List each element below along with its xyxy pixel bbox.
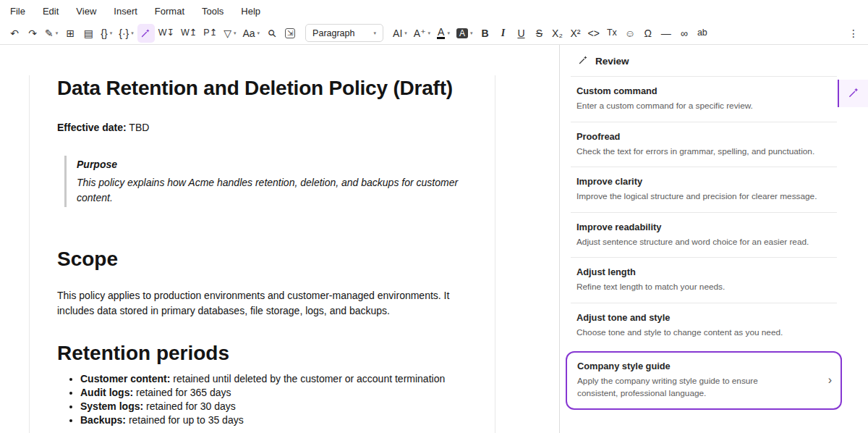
code-block-button[interactable]: {} ▾	[98, 24, 115, 43]
omega-icon[interactable]: Ω	[639, 24, 657, 43]
chevron-down-icon: ▾	[234, 30, 237, 35]
list-item: System logs: retained for 30 days	[80, 400, 467, 413]
snippet-icon: {·}	[119, 28, 129, 38]
highlight-color-icon: A	[456, 28, 468, 38]
paragraph-style-select[interactable]: Paragraph ▾	[305, 24, 383, 42]
bullet-text: retained until deleted by the customer o…	[170, 373, 445, 384]
add-comment-icon[interactable]: ⊞	[61, 24, 79, 43]
font-size-icon: A⁺	[414, 28, 426, 38]
highlight-color-button[interactable]: A ▾	[454, 24, 476, 43]
superscript-icon[interactable]: X²	[566, 24, 584, 43]
paragraph-style-value: Paragraph	[312, 28, 354, 38]
letter-case-button[interactable]: Aa ▾	[239, 24, 263, 43]
menu-file[interactable]: File	[10, 6, 25, 17]
review-item-title: Improve readability	[576, 222, 830, 232]
export-word-icon[interactable]: W↥	[178, 24, 200, 43]
review-item-company-style-guide-selection: Company style guide Apply the company wr…	[566, 351, 842, 410]
ai-wand-icon[interactable]	[137, 24, 155, 43]
ai-side-tab[interactable]	[838, 80, 868, 107]
strikethrough-icon[interactable]: S	[530, 24, 548, 43]
find-replace-icon[interactable]: ⚲	[263, 24, 281, 43]
menu-bar: File Edit View Insert Format Tools Help	[0, 0, 868, 22]
review-item-title: Proofread	[576, 131, 830, 142]
ai-text-icon: AI	[393, 28, 402, 38]
review-item-title: Improve clarity	[576, 176, 830, 187]
chevron-down-icon: ▾	[447, 30, 450, 35]
review-panel: Review Custom command Enter a custom com…	[571, 45, 837, 410]
review-item-desc: Refine text length to match your needs.	[576, 281, 830, 293]
text-color-button[interactable]: A ▾	[434, 24, 453, 43]
bullet-label: Backups:	[80, 414, 126, 426]
horizontal-rule-icon[interactable]: —	[658, 24, 675, 43]
import-word-icon[interactable]: W↧	[156, 24, 177, 43]
fullscreen-icon[interactable]: ⇲	[281, 24, 299, 43]
review-item-title: Company style guide	[577, 361, 824, 371]
export-pdf-icon[interactable]: P↥	[200, 24, 220, 43]
clear-formatting-icon[interactable]: Tx	[603, 24, 621, 43]
menu-view[interactable]: View	[76, 6, 96, 17]
magnifier-glyph: ⚲	[266, 27, 278, 39]
format-filter-icon: ▽	[224, 28, 231, 38]
chevron-down-icon: ▾	[258, 30, 260, 35]
chevron-down-icon: ▾	[131, 30, 134, 35]
review-item-adjust-tone[interactable]: Adjust tone and style Choose tone and st…	[571, 303, 837, 348]
document-page[interactable]: Data Retention and Deletion Policy (Draf…	[29, 75, 495, 433]
chevron-down-icon: ▾	[404, 30, 407, 35]
menu-edit[interactable]: Edit	[43, 6, 59, 17]
bullet-label: System logs:	[80, 400, 143, 412]
pen-sparkle-icon	[578, 54, 589, 67]
scope-paragraph: This policy applies to production enviro…	[57, 288, 467, 319]
review-item-improve-clarity[interactable]: Improve clarity Improve the logical stru…	[571, 167, 837, 213]
effective-date-label: Effective date:	[57, 122, 127, 133]
chevron-down-icon: ▾	[110, 30, 113, 35]
compose-icon: ✎	[45, 28, 54, 38]
redo-icon[interactable]: ↷	[24, 24, 41, 43]
menu-tools[interactable]: Tools	[202, 6, 224, 17]
main-area: Data Retention and Deletion Policy (Draf…	[0, 45, 868, 433]
snippet-button[interactable]: {·} ▾	[116, 24, 137, 43]
chevron-right-icon: ›	[828, 374, 832, 386]
list-item: Customer content: retained until deleted…	[80, 372, 467, 386]
comment-icon[interactable]: ▤	[80, 24, 97, 43]
format-filter-button[interactable]: ▽ ▾	[221, 24, 239, 43]
expand-glyph: ⇲	[285, 28, 295, 38]
bullet-label: Audit logs:	[80, 387, 133, 398]
toolbar: ↶ ↷ ✎ ▾ ⊞ ▤ {} ▾ {·} ▾ W↧ W↥ P↥ ▽ ▾ Aa ▾…	[0, 22, 868, 45]
spellcheck-icon[interactable]: ab	[694, 24, 711, 43]
emoji-icon[interactable]: ☺	[621, 24, 639, 43]
inline-code-icon[interactable]: <>	[584, 24, 602, 43]
quote-body: This policy explains how Acme handles re…	[77, 175, 467, 206]
review-panel-title: Review	[595, 56, 629, 67]
review-item-desc: Improve the logical structure and precis…	[576, 190, 830, 203]
subscript-icon[interactable]: X₂	[548, 24, 566, 43]
review-item-desc: Check the text for errors in grammar, sp…	[576, 146, 830, 158]
ai-text-button[interactable]: AI ▾	[390, 24, 410, 43]
review-panel-region: Review Custom command Enter a custom com…	[559, 45, 868, 433]
chevron-down-icon: ▾	[56, 30, 59, 35]
chevron-down-icon: ▾	[428, 30, 431, 35]
bold-icon[interactable]: B	[476, 24, 493, 43]
font-size-button[interactable]: A⁺ ▾	[411, 24, 433, 43]
purpose-quote: Purpose This policy explains how Acme ha…	[64, 156, 467, 207]
wand-sparkle-icon	[848, 86, 860, 101]
menu-insert[interactable]: Insert	[114, 6, 137, 17]
review-item-text: Company style guide Apply the company wr…	[577, 361, 824, 399]
review-item-adjust-length[interactable]: Adjust length Refine text length to matc…	[571, 258, 837, 303]
menu-format[interactable]: Format	[155, 6, 184, 17]
underline-icon[interactable]: U	[512, 24, 529, 43]
review-item-proofread[interactable]: Proofread Check the text for errors in g…	[571, 122, 837, 168]
list-item: Backups: retained for up to 35 days	[80, 413, 467, 427]
menu-help[interactable]: Help	[241, 6, 260, 17]
letter-case-icon: Aa	[242, 28, 255, 38]
retention-heading: Retention periods	[57, 340, 467, 366]
review-item-improve-readability[interactable]: Improve readability Adjust sentence stru…	[571, 213, 837, 258]
italic-icon[interactable]: I	[494, 24, 511, 43]
review-item-custom-command[interactable]: Custom command Enter a custom command fo…	[571, 77, 837, 122]
compose-button[interactable]: ✎ ▾	[42, 24, 61, 43]
list-item: Audit logs: retained for 365 days	[80, 386, 467, 400]
link-icon[interactable]: ∞	[676, 24, 693, 43]
review-item-company-style-guide[interactable]: Company style guide Apply the company wr…	[570, 354, 838, 407]
kebab-menu-icon[interactable]: ⋮	[845, 24, 862, 43]
undo-icon[interactable]: ↶	[6, 24, 23, 43]
retention-list: Customer content: retained until deleted…	[57, 372, 467, 427]
